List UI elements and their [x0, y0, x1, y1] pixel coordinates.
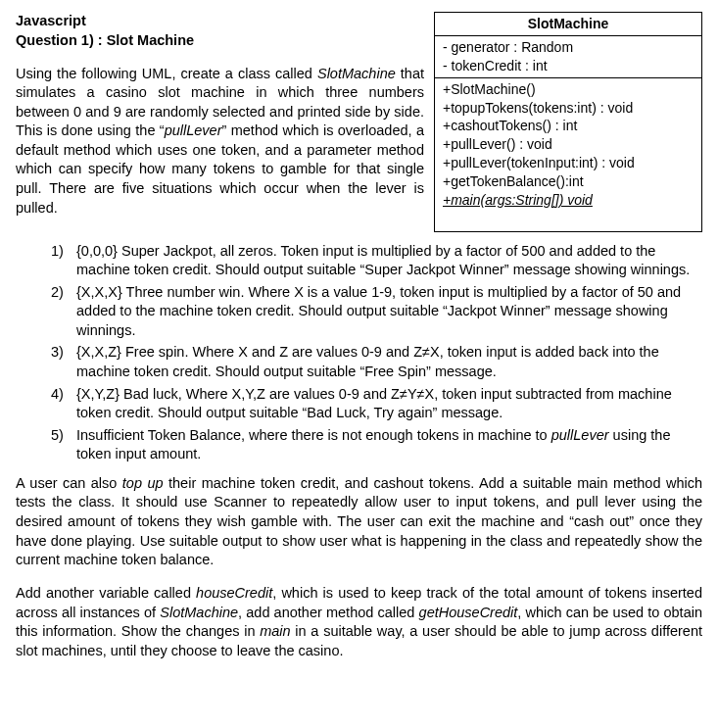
list-item: 3) {X,X,Z} Free spin. Where X and Z are … [51, 343, 702, 381]
list-number: 1) [51, 242, 76, 280]
paragraph-user-topup: A user can also top up their machine tok… [16, 474, 702, 570]
uml-diagram: SlotMachine - generator : Random - token… [434, 12, 702, 232]
list-item: 2) {X,X,X} Three number win. Where X is … [51, 283, 702, 341]
p3-c: , add another method called [238, 605, 419, 620]
uml-method-main: +main(args:String[]) void [443, 191, 694, 210]
uml-method: +topupTokens(tokens:int) : void [443, 99, 694, 118]
list-item: 5) Insufficient Token Balance, where the… [51, 426, 702, 464]
left-column: Javascript Question 1) : Slot Machine Us… [16, 12, 424, 232]
list-body: {X,Y,Z} Bad luck, Where X,Y,Z are values… [76, 385, 702, 423]
list-body: {X,X,X} Three number win. Where X is a v… [76, 283, 702, 341]
intro-ital-pulllever: pullLever [165, 122, 222, 138]
list-body: {0,0,0} Super Jackpot, all zeros. Token … [76, 242, 702, 280]
intro-ital-slotmachine: SlotMachine [317, 66, 396, 81]
p2-ital-topup: top up [122, 475, 164, 491]
list-number: 2) [51, 283, 76, 341]
list-5-a: Insufficient Token Balance, where there … [76, 427, 551, 443]
intro-paragraph: Using the following UML, create a class … [16, 65, 424, 218]
heading-line-2: Question 1) : Slot Machine [16, 31, 424, 51]
header-section: Javascript Question 1) : Slot Machine Us… [16, 12, 702, 232]
uml-method: +getTokenBalance():int [443, 172, 694, 191]
uml-attr: - generator : Random [443, 38, 694, 57]
p3-ital-main: main [260, 623, 290, 639]
list-number: 4) [51, 385, 76, 423]
list-body: Insufficient Token Balance, where there … [76, 426, 702, 464]
situation-list: 1) {0,0,0} Super Jackpot, all zeros. Tok… [16, 242, 702, 464]
list-item: 4) {X,Y,Z} Bad luck, Where X,Y,Z are val… [51, 385, 702, 423]
uml-methods: +SlotMachine() +topupTokens(tokens:int) … [435, 78, 701, 212]
uml-method: +pullLever(tokenInput:int) : void [443, 154, 694, 172]
list-item: 1) {0,0,0} Super Jackpot, all zeros. Tok… [51, 242, 702, 280]
uml-attr: - tokenCredit : int [443, 57, 694, 75]
uml-method: +SlotMachine() [443, 80, 694, 99]
list-number: 3) [51, 343, 76, 381]
p2-a: A user can also [16, 475, 122, 491]
paragraph-housecredit: Add another variable called houseCredit,… [16, 584, 702, 660]
heading-line-1: Javascript [16, 12, 424, 31]
p3-ital-gethousecredit: getHouseCredit [419, 605, 518, 620]
p3-ital-slotmachine: SlotMachine [160, 605, 238, 620]
heading-block: Javascript Question 1) : Slot Machine [16, 12, 424, 50]
uml-attributes: - generator : Random - tokenCredit : int [435, 36, 701, 78]
p3-ital-housecredit: houseCredit [196, 585, 272, 601]
p3-a: Add another variable called [16, 585, 196, 601]
list-5-ital: pullLever [551, 427, 609, 443]
list-body: {X,X,Z} Free spin. Where X and Z are val… [76, 343, 702, 381]
uml-method: +pullLever() : void [443, 135, 694, 154]
uml-class-title: SlotMachine [435, 13, 701, 36]
uml-method: +cashoutTokens() : int [443, 117, 694, 135]
intro-text-a: Using the following UML, create a class … [16, 66, 317, 81]
list-number: 5) [51, 426, 76, 464]
